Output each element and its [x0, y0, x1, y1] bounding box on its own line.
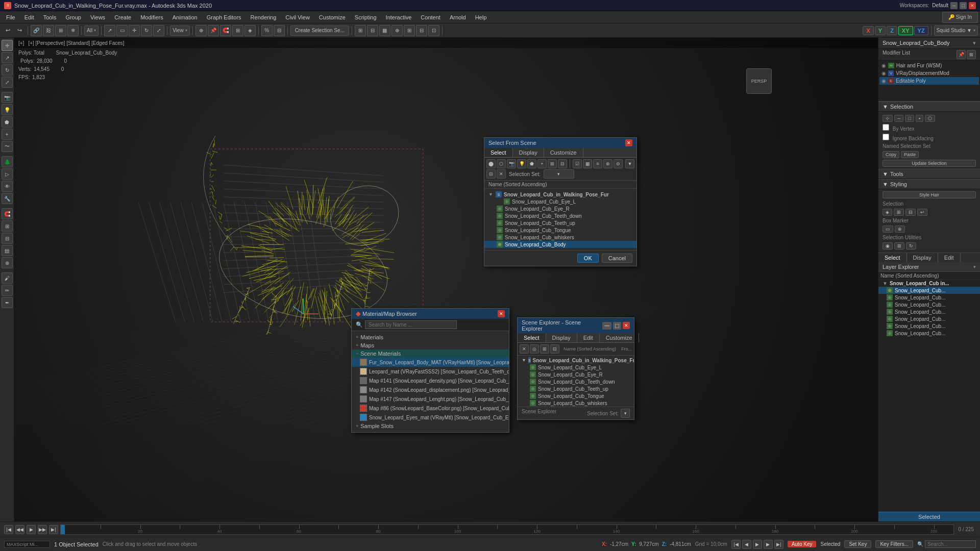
select-btn[interactable]: ↗ — [104, 25, 115, 36]
tree-tongue[interactable]: ◎ Snow_Leopard_Cub_Tongue — [484, 227, 636, 234]
menu-views[interactable]: Views — [86, 13, 109, 21]
sidebar-camera-icon[interactable]: 📷 — [2, 92, 13, 103]
mat-section-scene[interactable]: − Scene Materials — [352, 349, 509, 358]
mat-item-6[interactable]: Snow_Leopard_Eyes_mat (VRayMtl) [Snow_Le… — [352, 413, 509, 422]
axis-xy-btn[interactable]: XY — [898, 26, 913, 35]
st2-item-5[interactable]: ◎ Snow_Leopard_Cub... — [878, 322, 980, 330]
sidebar-utilities-icon[interactable]: 🔧 — [2, 193, 13, 204]
sb-prev-btn[interactable]: ◀ — [742, 540, 751, 549]
update-sel-btn[interactable]: Update Selection — [883, 160, 976, 167]
unlink-button[interactable]: ⛓ — [43, 25, 54, 36]
tree-whiskers[interactable]: ◎ Snow_Leopard_Cub_whiskers — [484, 234, 636, 241]
key-filters-btn[interactable]: Key Filters... — [875, 540, 913, 548]
undo-button[interactable]: ↩ — [2, 25, 13, 36]
move-btn[interactable]: ✛ — [129, 25, 140, 36]
rtab-display[interactable]: Display — [907, 253, 938, 262]
se-btn-1[interactable]: ✕ — [520, 344, 529, 354]
poly-btn[interactable]: ▪ — [916, 115, 923, 122]
prev-frame-btn[interactable]: |◀ — [4, 525, 13, 534]
dt-btn-12[interactable]: ⊕ — [603, 159, 612, 168]
viewport-3d[interactable]: [+] [+] [Perspective] [Standard] [Edged … — [14, 38, 878, 521]
sb-next-btn[interactable]: ▶ — [764, 540, 773, 549]
box-marker-btn-2[interactable]: ⊕ — [895, 226, 905, 233]
view-dropdown[interactable]: View ▾ — [170, 26, 190, 36]
border-btn[interactable]: □ — [905, 115, 914, 122]
rtab-edit[interactable]: Edit — [938, 253, 961, 262]
style-sel-btn-3[interactable]: ⊟ — [905, 209, 916, 216]
select-move-btn[interactable]: ⊕ — [195, 25, 207, 36]
sidebar-light-icon[interactable]: 💡 — [2, 104, 13, 115]
dt-btn-8[interactable]: ⊟ — [558, 159, 567, 168]
menu-file[interactable]: File — [2, 13, 19, 21]
se-tongue[interactable]: ◎ Snow_Leopard_Cub_Tongue — [518, 392, 634, 399]
dt-btn-4[interactable]: 💡 — [517, 159, 526, 168]
se-close-btn[interactable]: ✕ — [623, 322, 630, 329]
axis-yz-btn[interactable]: YZ — [914, 26, 928, 35]
style-hair-btn[interactable]: Style Hair — [883, 191, 976, 198]
ok-button[interactable]: OK — [577, 254, 599, 263]
sidebar-shape-icon[interactable]: ⬟ — [2, 116, 13, 128]
dt-btn-5[interactable]: ⬟ — [527, 159, 536, 168]
mat-item-2[interactable]: Map #141 (SnowLeopard_density.png) [Snow… — [352, 376, 509, 385]
bind-button[interactable]: ⊞ — [55, 25, 66, 36]
timeline-scrubber[interactable]: 020406080100120140160180200220 — [60, 524, 954, 535]
mod-entry-vray[interactable]: ◉ V VRayDisplacementMod — [879, 69, 979, 77]
place-btn[interactable]: 📌 — [208, 25, 219, 36]
next-frame-btn[interactable]: ▶| — [49, 525, 58, 534]
menu-scripting[interactable]: Scripting — [351, 13, 381, 21]
redo-button[interactable]: ↪ — [14, 25, 25, 36]
sidebar-snap-icon[interactable]: 🧲 — [2, 208, 13, 219]
dt-btn-15[interactable]: ⊟ — [486, 169, 496, 179]
mat-browser-titlebar[interactable]: ◈ Material/Map Browser ✕ — [352, 309, 509, 319]
axis-x-btn[interactable]: X — [863, 26, 873, 35]
st2-item-0[interactable]: ◎ Snow_Leopard_Cub... — [878, 287, 980, 294]
tree-eye-r[interactable]: ◎ Snow_Leopard_Cub_Eye_R — [484, 205, 636, 212]
st2-root[interactable]: ▼ Snow_Leopard_Cub in... — [878, 280, 980, 287]
axis-y-btn[interactable]: Y — [875, 26, 886, 35]
mat-browser-close[interactable]: ✕ — [498, 310, 505, 317]
axis-z-btn[interactable]: Z — [887, 26, 897, 35]
toolbar-btn-6[interactable]: ⊟ — [416, 25, 427, 36]
mat-item-3[interactable]: Map #142 (SnowLeopard_displacement.png) … — [352, 385, 509, 394]
menu-arnold[interactable]: Arnold — [446, 13, 470, 21]
copy-sel-btn[interactable]: Copy — [883, 151, 899, 158]
styling-section-title[interactable]: ▼ Styling — [878, 179, 980, 189]
menu-tools[interactable]: Tools — [39, 13, 61, 21]
render-btn[interactable]: % — [261, 25, 273, 36]
se-minimize-btn[interactable]: ─ — [602, 322, 611, 330]
tab-display[interactable]: Display — [513, 148, 544, 157]
vp-plus[interactable]: [+] — [18, 40, 24, 46]
se-btn-4[interactable]: ⊟ — [550, 344, 559, 354]
sidebar-edit-icon[interactable]: ✒ — [2, 297, 13, 308]
elem-btn[interactable]: ⬡ — [925, 115, 935, 122]
sidebar-clone-icon[interactable]: ⊕ — [2, 257, 13, 268]
prev-key-btn[interactable]: ◀◀ — [15, 525, 24, 534]
se-titlebar[interactable]: Scene Explorer - Scene Explorer ─ □ ✕ — [518, 318, 634, 333]
scale-btn[interactable]: ⤢ — [153, 25, 164, 36]
menu-customize[interactable]: Customize — [315, 13, 350, 21]
sel-util-btn-2[interactable]: ⊞ — [894, 242, 904, 249]
sidebar-paint-icon[interactable]: 🖌 — [2, 272, 13, 284]
vertex-btn[interactable]: ⊹ — [883, 115, 893, 122]
maxscript-mini[interactable]: MAXScript Mi... — [4, 541, 50, 548]
box-marker-btn-1[interactable]: ▭ — [883, 226, 893, 233]
dt-btn-14[interactable]: ▼ — [625, 159, 634, 168]
sb-first-btn[interactable]: |◀ — [731, 540, 741, 549]
play-btn[interactable]: ▶ — [27, 525, 36, 534]
dt-btn-11[interactable]: ≡ — [593, 159, 602, 168]
dialog-close-button[interactable]: ✕ — [625, 139, 632, 146]
snap2-btn[interactable]: ⊞ — [232, 25, 243, 36]
close-button[interactable]: ✕ — [969, 2, 976, 9]
dt-btn-9[interactable]: ☑ — [573, 159, 582, 168]
menu-help[interactable]: Help — [471, 13, 491, 21]
ignore-bf-check[interactable] — [883, 134, 889, 140]
set-key-btn[interactable]: Set Key — [844, 540, 871, 548]
sidebar-mirror-icon[interactable]: ⊟ — [2, 233, 13, 244]
mod-entry-edpoly[interactable]: ◉ E Editable Poly — [879, 77, 979, 85]
tree-body[interactable]: ◎ Snow_Leoprad_Cub_Body — [484, 241, 636, 248]
se-restore-btn[interactable]: □ — [613, 322, 621, 330]
tree-root[interactable]: ▼ S Snow_Leopard_Cub_in_Walking_Pose_Fur — [484, 191, 636, 198]
tree-teeth-down[interactable]: ◎ Snow_Leopard_Cub_Teeth_down — [484, 212, 636, 219]
toolbar-btn-4[interactable]: ⊕ — [391, 25, 403, 36]
toolbar-btn-3[interactable]: ▦ — [379, 25, 390, 36]
